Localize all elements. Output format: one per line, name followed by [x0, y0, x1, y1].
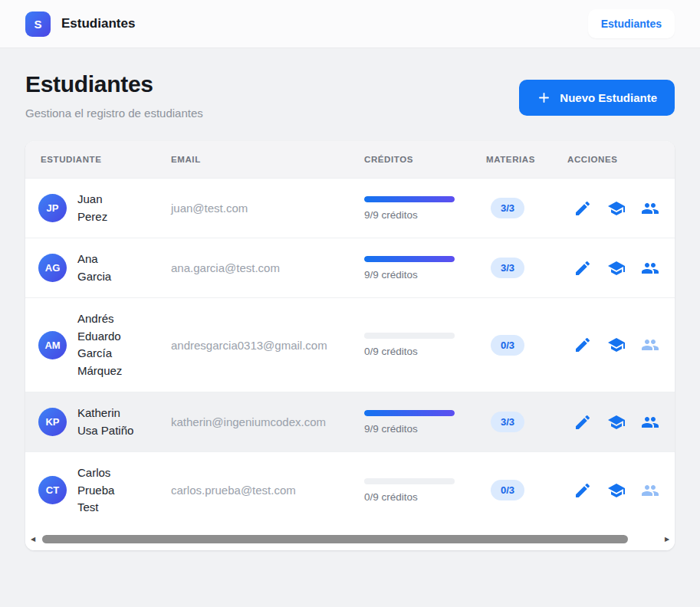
- nav-estudiantes-button[interactable]: Estudiantes: [588, 9, 675, 38]
- materias-badge: 3/3: [491, 258, 524, 278]
- credits-progress-fill: [364, 410, 455, 416]
- materias-badge: 3/3: [491, 412, 524, 432]
- student-email: juan@test.com: [156, 202, 349, 215]
- avatar-initials: KP: [45, 416, 59, 428]
- materias-badge: 3/3: [491, 198, 524, 218]
- scrollbar-thumb[interactable]: [42, 535, 628, 543]
- avatar-initials: AG: [45, 262, 61, 274]
- student-row: KP Katherin Usa Patiño katherin@ingenium…: [25, 392, 675, 452]
- table-viewport: ESTUDIANTE EMAIL CRÉDITOS MATERIAS ACCIO…: [25, 141, 675, 529]
- groups-people-icon[interactable]: [641, 413, 659, 431]
- groups-people-icon[interactable]: [641, 199, 659, 218]
- credits-progress-fill: [364, 196, 455, 202]
- new-student-button-label: Nuevo Estudiante: [560, 91, 657, 104]
- courses-graduation-cap-icon[interactable]: [607, 199, 626, 218]
- actions-cell: [552, 328, 675, 362]
- credits-cell: 9/9 créditos: [349, 256, 471, 281]
- new-student-button[interactable]: Nuevo Estudiante: [519, 80, 675, 116]
- student-row: CT Carlos Prueba Test carlos.prueba@test…: [25, 452, 675, 529]
- materias-cell: 0/3: [471, 335, 552, 356]
- courses-graduation-cap-icon[interactable]: [607, 413, 626, 431]
- avatar-initials: AM: [44, 340, 60, 351]
- app-title: Estudiantes: [61, 16, 135, 31]
- materias-cell: 3/3: [471, 258, 552, 278]
- credits-label: 0/9 créditos: [364, 346, 471, 357]
- materias-badge: 0/3: [491, 480, 524, 500]
- students-table-card: ESTUDIANTE EMAIL CRÉDITOS MATERIAS ACCIO…: [25, 141, 675, 550]
- plus-icon: [537, 90, 551, 105]
- groups-people-icon[interactable]: [641, 336, 659, 354]
- courses-graduation-cap-icon[interactable]: [607, 481, 626, 500]
- student-row: JP Juan Perez juan@test.com 9/9 créditos…: [25, 179, 675, 238]
- scrollbar-track[interactable]: [38, 535, 662, 543]
- credits-progress-track: [364, 478, 455, 484]
- page-title: Estudiantes: [25, 71, 203, 97]
- student-cell: AM Andrés Eduardo García Márquez: [25, 310, 156, 379]
- credits-label: 0/9 créditos: [364, 491, 471, 503]
- credits-progress-fill: [364, 256, 455, 262]
- avatar: AG: [38, 254, 67, 282]
- credits-progress-track: [364, 333, 455, 339]
- student-name: Katherin Usa Patiño: [77, 405, 134, 439]
- column-header-email: EMAIL: [156, 155, 349, 164]
- edit-pencil-icon[interactable]: [573, 481, 592, 500]
- student-cell: JP Juan Perez: [25, 191, 156, 225]
- credits-progress-track: [364, 256, 455, 262]
- app-logo-letter: S: [34, 18, 41, 31]
- credits-cell: 9/9 créditos: [349, 410, 471, 435]
- student-name: Carlos Prueba Test: [77, 464, 134, 517]
- groups-people-icon[interactable]: [641, 259, 659, 277]
- courses-graduation-cap-icon[interactable]: [607, 259, 626, 277]
- avatar: KP: [38, 408, 67, 436]
- actions-cell: [552, 405, 675, 439]
- student-email: ana.garcia@test.com: [156, 261, 349, 274]
- table-header-row: ESTUDIANTE EMAIL CRÉDITOS MATERIAS ACCIO…: [25, 141, 675, 179]
- student-email: katherin@ingeniumcodex.com: [156, 415, 349, 428]
- column-header-estudiante: ESTUDIANTE: [25, 155, 156, 164]
- page-subtitle: Gestiona el registro de estudiantes: [25, 107, 203, 120]
- table-body: JP Juan Perez juan@test.com 9/9 créditos…: [25, 179, 675, 529]
- column-header-creditos: CRÉDITOS: [349, 155, 471, 164]
- scroll-right-arrow-icon[interactable]: ▶: [663, 536, 671, 543]
- student-row: AM Andrés Eduardo García Márquez andresg…: [25, 298, 675, 392]
- credits-label: 9/9 créditos: [364, 269, 471, 281]
- avatar-initials: CT: [46, 484, 59, 496]
- student-row: AG Ana Garcia ana.garcia@test.com 9/9 cr…: [25, 238, 675, 298]
- materias-cell: 0/3: [471, 480, 552, 500]
- materias-cell: 3/3: [471, 198, 552, 218]
- edit-pencil-icon[interactable]: [573, 413, 592, 431]
- student-name: Juan Perez: [77, 191, 134, 225]
- student-cell: CT Carlos Prueba Test: [25, 464, 156, 517]
- scroll-left-arrow-icon[interactable]: ◀: [29, 536, 37, 543]
- actions-cell: [552, 192, 675, 225]
- student-cell: KP Katherin Usa Patiño: [25, 405, 156, 439]
- avatar: CT: [38, 476, 67, 504]
- credits-cell: 0/9 créditos: [349, 478, 471, 503]
- credits-cell: 0/9 créditos: [349, 333, 471, 357]
- edit-pencil-icon[interactable]: [573, 199, 592, 218]
- edit-pencil-icon[interactable]: [573, 259, 592, 277]
- column-header-acciones: ACCIONES: [552, 155, 675, 164]
- credits-progress-track: [364, 410, 455, 416]
- student-cell: AG Ana Garcia: [25, 251, 156, 285]
- student-name: Andrés Eduardo García Márquez: [77, 310, 134, 379]
- actions-cell: [552, 474, 675, 507]
- credits-label: 9/9 créditos: [364, 209, 471, 221]
- credits-progress-track: [364, 196, 455, 202]
- student-email: carlos.prueba@test.com: [156, 484, 349, 497]
- main-content: Estudiantes Gestiona el registro de estu…: [0, 48, 700, 550]
- courses-graduation-cap-icon[interactable]: [607, 336, 626, 354]
- app-logo: S: [25, 11, 51, 37]
- edit-pencil-icon[interactable]: [573, 336, 592, 354]
- student-name: Ana Garcia: [77, 251, 134, 285]
- credits-label: 9/9 créditos: [364, 423, 471, 435]
- page-head-text: Estudiantes Gestiona el registro de estu…: [25, 71, 203, 120]
- topbar-brand: S Estudiantes: [25, 11, 135, 37]
- topbar: S Estudiantes Estudiantes: [0, 0, 700, 48]
- groups-people-icon[interactable]: [641, 481, 659, 500]
- credits-cell: 9/9 créditos: [349, 196, 471, 221]
- avatar-initials: JP: [47, 202, 59, 214]
- students-table: ESTUDIANTE EMAIL CRÉDITOS MATERIAS ACCIO…: [25, 141, 675, 529]
- avatar: JP: [38, 194, 67, 222]
- horizontal-scrollbar[interactable]: ◀ ▶: [25, 529, 675, 550]
